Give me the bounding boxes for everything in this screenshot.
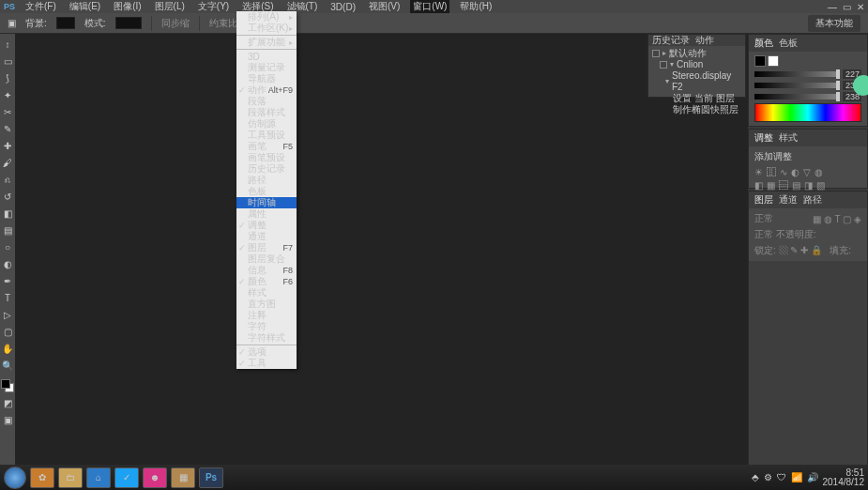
action-step-1[interactable]: 设置 当前 图层 [673, 93, 735, 104]
pen-tool-icon[interactable]: ✒ [1, 274, 14, 287]
action-set[interactable]: Cnlion [677, 59, 703, 70]
menu-item-历史记录[interactable]: 历史记录 [236, 163, 297, 175]
adj-brightness-icon[interactable]: ☀ [754, 167, 763, 177]
crop-tool-icon[interactable]: ▣ [8, 18, 16, 28]
tab-color[interactable]: 颜色 [754, 37, 773, 50]
tab-history[interactable]: 历史记录 [652, 34, 690, 47]
assistant-badge-icon[interactable] [853, 75, 868, 96]
crop-tool-icon[interactable]: ✂ [1, 105, 14, 118]
adj-levels-icon[interactable]: ⿲ [767, 167, 776, 177]
tray-icon-2[interactable]: ⚙ [764, 472, 772, 482]
tab-actions[interactable]: 动作 [695, 34, 714, 47]
lasso-tool-icon[interactable]: ⟆ [1, 71, 14, 84]
menu-item-工具预设[interactable]: 工具预设 [236, 130, 297, 141]
heal-tool-icon[interactable]: ✚ [1, 139, 14, 152]
taskbar-photoshop[interactable]: Ps [199, 467, 223, 488]
stamp-tool-icon[interactable]: ⎌ [1, 173, 14, 186]
adj-curves-icon[interactable]: ∿ [780, 167, 787, 177]
brush-tool-icon[interactable]: 🖌 [1, 156, 14, 169]
menu-item-注释[interactable]: 注释 [236, 310, 297, 321]
hand-tool-icon[interactable]: ✋ [1, 342, 14, 355]
bg-swatch[interactable] [56, 17, 75, 29]
eraser-tool-icon[interactable]: ◧ [1, 207, 14, 220]
b-slider[interactable] [754, 94, 839, 100]
taskbar-app-1[interactable]: ✿ [30, 467, 54, 488]
move-tool-icon[interactable]: ↕ [1, 38, 14, 51]
menu-item-选项[interactable]: ✓选项 [236, 346, 297, 358]
menu-item-导航器[interactable]: 导航器 [236, 73, 297, 84]
menu-type[interactable]: 文字(Y) [195, 0, 232, 13]
menu-item-动作[interactable]: ✓动作Alt+F9 [236, 84, 297, 96]
adj-bw-icon[interactable]: ◧ [754, 180, 763, 191]
mode-select[interactable] [115, 17, 142, 29]
menu-item-字符样式[interactable]: 字符样式 [236, 332, 297, 344]
taskbar-browser[interactable]: ⌂ [86, 467, 111, 488]
close-icon[interactable]: ✕ [857, 2, 864, 12]
adj-vibrance-icon[interactable]: ▽ [803, 167, 811, 177]
eyedropper-tool-icon[interactable]: ✎ [1, 122, 14, 135]
type-tool-icon[interactable]: T [1, 291, 14, 304]
r-slider[interactable] [754, 71, 839, 77]
tab-layers[interactable]: 图层 [754, 193, 773, 207]
color-spectrum[interactable] [754, 103, 861, 122]
workspace-switcher[interactable]: 基本功能 [808, 15, 860, 32]
maximize-icon[interactable]: ▭ [843, 2, 851, 12]
tray-clock[interactable]: 8:51 2014/8/12 [823, 468, 865, 487]
tab-swatches[interactable]: 色板 [779, 37, 798, 50]
shape-tool-icon[interactable]: ▢ [1, 325, 14, 338]
quickmask-icon[interactable]: ◩ [1, 396, 14, 409]
adj-photo-icon[interactable]: ▦ [767, 180, 775, 191]
adj-exposure-icon[interactable]: ◐ [791, 167, 799, 177]
menu-edit[interactable]: 编辑(E) [67, 0, 103, 13]
menu-item-路径[interactable]: 路径 [236, 175, 297, 186]
tray-network-icon[interactable]: 📶 [791, 472, 802, 482]
gradient-tool-icon[interactable]: ▤ [1, 223, 14, 237]
adj-post-icon[interactable]: ▧ [816, 180, 825, 191]
wand-tool-icon[interactable]: ✦ [1, 88, 14, 101]
taskbar-app-4[interactable]: ▦ [171, 467, 195, 488]
menu-item-时间轴[interactable]: 时间轴 [236, 197, 297, 208]
menu-window[interactable]: 窗口(W) [410, 0, 449, 13]
tray-icon-1[interactable]: ⬘ [752, 472, 759, 482]
tab-paths[interactable]: 路径 [803, 193, 822, 207]
canvas-area[interactable] [15, 34, 748, 465]
screenmode-icon[interactable]: ▣ [1, 413, 14, 426]
fg-bg-swatch[interactable] [1, 379, 14, 392]
taskbar-app-2[interactable]: ✓ [114, 467, 139, 488]
tab-channels[interactable]: 通道 [779, 193, 798, 207]
minimize-icon[interactable]: — [828, 2, 837, 12]
adj-lut-icon[interactable]: ▤ [792, 180, 800, 191]
blend-mode-select[interactable]: 正常 [754, 229, 773, 239]
menu-image[interactable]: 图像(I) [111, 0, 144, 13]
menu-layer[interactable]: 图层(L) [152, 0, 188, 13]
adj-mixer-icon[interactable]: ⿳ [779, 180, 788, 191]
tab-styles[interactable]: 样式 [779, 131, 798, 145]
tray-icon-3[interactable]: 🛡 [777, 472, 786, 482]
adj-invert-icon[interactable]: ◨ [804, 180, 813, 191]
menu-item-工作区(K)[interactable]: 工作区(K)▸ [236, 23, 297, 34]
menu-item-属性[interactable]: 属性 [236, 208, 297, 220]
layer-filter-icon[interactable]: ▦ ◍ T ▢ ◈ [813, 214, 861, 224]
menu-file[interactable]: 文件(F) [23, 0, 59, 13]
bg-color-swatch[interactable] [768, 55, 779, 67]
taskbar-explorer[interactable]: 🗀 [58, 467, 83, 488]
layer-kind-select[interactable]: 正常 [754, 212, 773, 225]
menu-item-调整[interactable]: ✓调整 [236, 220, 297, 231]
marquee-tool-icon[interactable]: ▭ [1, 54, 14, 68]
adj-hue-icon[interactable]: ◍ [815, 167, 823, 177]
history-brush-icon[interactable]: ↺ [1, 190, 14, 203]
menu-help[interactable]: 帮助(H) [457, 0, 495, 13]
taskbar-app-3[interactable]: ☻ [143, 467, 167, 488]
start-button[interactable] [4, 467, 26, 489]
menu-item-信息[interactable]: 信息F8 [236, 265, 297, 276]
fg-color-swatch[interactable] [754, 55, 766, 67]
action-folder[interactable]: 默认动作 [669, 48, 707, 59]
dodge-tool-icon[interactable]: ◐ [1, 257, 14, 270]
action-step-2[interactable]: 制作椭圆快照层 [673, 104, 739, 115]
sync-checkbox-label[interactable]: 同步缩 [161, 17, 190, 30]
menu-3d[interactable]: 3D(D) [327, 2, 358, 12]
path-tool-icon[interactable]: ▷ [1, 308, 14, 321]
action-item[interactable]: Stereo.display F2 [672, 70, 741, 93]
tab-adjustments[interactable]: 调整 [754, 131, 773, 145]
menu-item-直方图[interactable]: 直方图 [236, 299, 297, 310]
